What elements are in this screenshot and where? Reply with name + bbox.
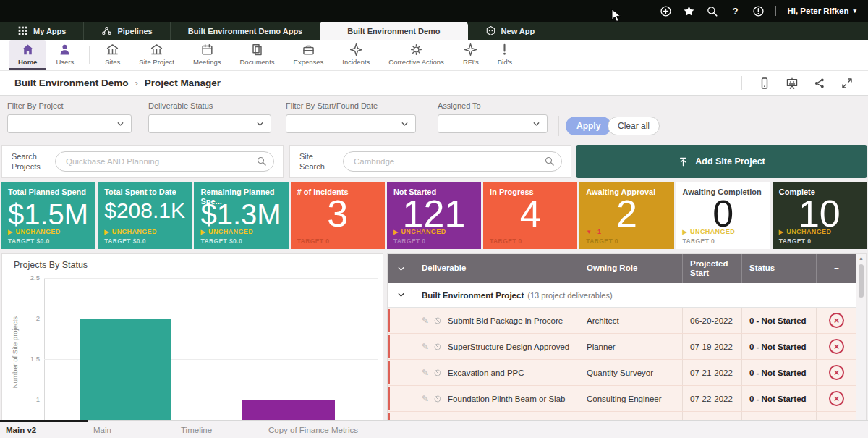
kpi-trend-unchanged: ▶UNCHANGED	[393, 228, 446, 235]
breadcrumb-app[interactable]: Built Environment Demo	[14, 77, 129, 88]
filter-label: Filter By Project	[7, 101, 132, 110]
table-row[interactable]: ✎Submit Bid Package in ProcoreArchitect0…	[388, 308, 866, 334]
ban-icon[interactable]	[433, 368, 442, 377]
chart-gridline	[44, 278, 378, 279]
kpi-meta: ▶UNCHANGEDTARGET $0.0	[104, 228, 157, 245]
filter-select-0[interactable]	[7, 114, 132, 133]
kpi-card-awaiting-completion[interactable]: Awaiting Completion0▶UNCHANGEDTARGET 0	[676, 182, 770, 249]
search-projects-input[interactable]	[55, 151, 274, 172]
kpi-value: $1.5M	[8, 200, 89, 229]
ban-icon[interactable]	[433, 316, 442, 325]
kpi-meta: ▶UNCHANGEDTARGET 0	[683, 228, 736, 245]
add-site-project-button[interactable]: Add Site Project	[576, 145, 867, 178]
filter-group-2: Filter By Start/Found Date	[286, 101, 416, 133]
row-spacer-cell	[388, 360, 414, 385]
favorites-star-icon[interactable]	[683, 5, 695, 17]
table-row[interactable]: ✎Foundation Plinth Beam or SlabConsultin…	[388, 386, 866, 412]
kpi-card-total-spent-to-date[interactable]: Total Spent to Date$208.1K▶UNCHANGEDTARG…	[98, 182, 192, 249]
add-icon[interactable]	[660, 5, 672, 17]
chart-y-tick: 2.5	[11, 274, 40, 282]
tab-new-app[interactable]: New App	[468, 22, 553, 40]
ban-icon[interactable]	[433, 342, 442, 351]
toolbar-item-rfi-s[interactable]: RFI's	[454, 40, 488, 70]
dashboard-tab-main-v2[interactable]: Main v2	[0, 420, 88, 438]
kpi-title: Total Spent to Date	[104, 188, 185, 197]
site-search-input[interactable]	[343, 151, 562, 172]
kpi-card-complete[interactable]: Complete10▶UNCHANGEDTARGET 0	[773, 182, 867, 249]
help-icon[interactable]: ?	[729, 5, 741, 17]
clear-all-button[interactable]: Clear all	[608, 117, 660, 135]
toolbar-item-expenses[interactable]: Expenses	[284, 40, 333, 70]
dashboard-tab-copy-of-finance-metrics[interactable]: Copy of Finance Metrics	[263, 420, 350, 438]
notifications-icon[interactable]	[752, 5, 765, 17]
toolbar-item-label: Expenses	[294, 58, 324, 66]
share-icon[interactable]	[813, 77, 826, 90]
collapse-all-button[interactable]: –	[817, 254, 856, 283]
kpi-trend-unchanged: ▶UNCHANGED	[683, 228, 736, 235]
toolbar-item-documents[interactable]: Documents	[230, 40, 284, 70]
dashboard-tab-main[interactable]: Main	[88, 420, 175, 438]
toolbar-item-bid-s[interactable]: Bid's	[488, 40, 522, 70]
tab-pipelines[interactable]: Pipelines	[83, 22, 169, 40]
toolbar-item-home[interactable]: Home	[9, 40, 46, 70]
kpi-card-remaining-planned-spe-[interactable]: Remaining Planned Spe...$1.3M▶UNCHANGEDT…	[194, 182, 288, 249]
search-icon	[256, 156, 267, 167]
x-circle-icon[interactable]: ×	[829, 339, 844, 354]
filter-label: Assigned To	[438, 101, 548, 110]
kpi-meta: TARGET 0	[297, 235, 330, 245]
toolbar-item-users[interactable]: Users	[46, 40, 83, 70]
table-header-deliverable: Deliverable	[414, 254, 579, 283]
ban-icon[interactable]	[433, 395, 442, 403]
row-status-cell: 0 - Not Started	[742, 308, 817, 333]
kpi-row: Total Planned Spend$1.5M▶UNCHANGEDTARGET…	[1, 182, 867, 249]
kpi-card-not-started[interactable]: Not Started121▶UNCHANGEDTARGET 0	[387, 182, 481, 249]
table-header-chevron[interactable]	[388, 254, 414, 283]
row-action-cell: ×	[817, 360, 856, 385]
filter-select-2[interactable]	[286, 114, 416, 133]
apply-button[interactable]: Apply	[566, 117, 611, 135]
presentation-icon[interactable]	[786, 77, 799, 90]
toolbar-item-meetings[interactable]: Meetings	[184, 40, 231, 70]
add-site-project-label: Add Site Project	[695, 156, 765, 167]
divider	[775, 6, 776, 16]
pencil-icon[interactable]: ✎	[422, 394, 429, 404]
table-row[interactable]	[388, 412, 866, 420]
toolbar-item-corrective-actions[interactable]: Corrective Actions	[379, 40, 454, 70]
toolbar-item-sites[interactable]: Sites	[95, 40, 129, 70]
table-group-row[interactable]: Built Environment Project (13 project de…	[388, 283, 866, 308]
chevron-down-icon[interactable]	[396, 290, 406, 300]
tab-built-environment-demo-apps[interactable]: Built Environment Demo Apps	[170, 22, 320, 40]
user-menu[interactable]: Hi, Peter Rifken ▾	[787, 7, 856, 15]
chevron-down-icon	[532, 119, 541, 129]
pencil-icon[interactable]: ✎	[422, 342, 429, 352]
toolbar-item-label: Site Project	[139, 58, 174, 66]
table-body: ✎Submit Bid Package in ProcoreArchitect0…	[388, 308, 866, 420]
exclamation-icon	[498, 43, 511, 56]
table-row[interactable]: ✎Excavation and PPCQuantity Surveyor07-2…	[388, 360, 866, 386]
x-circle-icon[interactable]: ×	[829, 391, 844, 406]
pencil-icon[interactable]: ✎	[422, 368, 429, 378]
toolbar-item-site-project[interactable]: Site Project	[129, 40, 184, 70]
kpi-card-awaiting-approval[interactable]: Awaiting Approval2▼-1TARGET 0	[579, 182, 673, 249]
expand-icon[interactable]	[841, 77, 854, 90]
tab-my-apps[interactable]: My Apps	[0, 22, 83, 40]
pencil-icon[interactable]: ✎	[422, 316, 429, 326]
gear-icon	[409, 43, 423, 56]
filter-select-3[interactable]	[438, 114, 548, 133]
filter-select-1[interactable]	[148, 114, 271, 133]
table-row[interactable]: ✎SuperStructure Design ApprovedPlanner07…	[388, 334, 866, 360]
toolbar-item-incidents[interactable]: Incidents	[333, 40, 379, 70]
tab-label: New App	[501, 27, 535, 35]
mobile-icon[interactable]	[758, 77, 771, 90]
scroll-up-icon[interactable]: ▲	[856, 256, 866, 261]
dashboard-tab-timeline[interactable]: Timeline	[175, 420, 263, 438]
kpi-card--of-incidents[interactable]: # of Incidents3TARGET 0	[291, 182, 385, 249]
scrollbar-thumb[interactable]	[859, 264, 864, 298]
tab-built-environment-demo[interactable]: Built Environment Demo	[320, 22, 467, 40]
x-circle-icon[interactable]: ×	[829, 365, 844, 380]
search-icon[interactable]	[706, 5, 718, 17]
scrollbar[interactable]: ▲	[856, 254, 866, 420]
x-circle-icon[interactable]: ×	[829, 313, 844, 328]
kpi-card-total-planned-spend[interactable]: Total Planned Spend$1.5M▶UNCHANGEDTARGET…	[1, 182, 95, 249]
kpi-card-in-progress[interactable]: In Progress4TARGET 0	[483, 182, 577, 249]
